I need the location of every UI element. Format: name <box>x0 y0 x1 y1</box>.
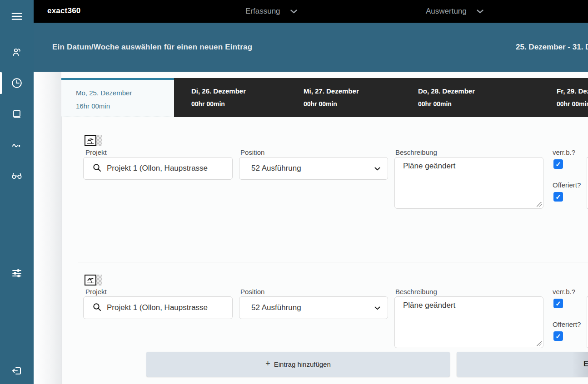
menu-erfassung[interactable]: Erfassung <box>245 0 297 23</box>
position-select[interactable]: 52 Ausführung <box>239 157 388 180</box>
menu-erfassung-label: Erfassung <box>245 7 280 16</box>
offeriert-label: Offeriert? <box>553 181 581 189</box>
tab-day-wednesday[interactable]: Mi, 27. Dezember 00hr 00min <box>304 78 413 117</box>
position-value: 52 Ausführung <box>251 303 374 312</box>
add-entry-label: Eintrag hinzufügen <box>274 360 331 368</box>
journal-icon <box>11 108 22 119</box>
sidebar-item-menu[interactable] <box>0 5 34 27</box>
glasses-icon <box>11 170 23 181</box>
tab-day-friday[interactable]: Fr, 29. Dezember 00hr 00min <box>557 78 588 117</box>
add-entry-button[interactable]: + Eintrag hinzufügen <box>146 352 450 377</box>
tab-hours-label: 00hr 00min <box>191 100 225 108</box>
beschreibung-textarea[interactable]: Pläne geändert <box>394 296 543 348</box>
tab-day-monday[interactable]: Mo, 25. Dezember 16hr 00min <box>61 78 174 117</box>
resize-handle[interactable] <box>537 202 542 207</box>
logout-icon <box>11 365 22 376</box>
chevron-down-icon <box>374 164 380 172</box>
beschreibung-value: Pläne geändert <box>403 301 455 310</box>
save-button-cutoff-text: E <box>583 359 588 369</box>
entry-divider <box>78 262 588 262</box>
tab-day-label: Mo, 25. Dezember <box>76 89 132 97</box>
search-icon <box>93 303 101 313</box>
tab-day-label: Di, 26. Dezember <box>191 87 246 95</box>
projekt-label: Projekt <box>85 148 107 156</box>
menu-auswertung[interactable]: Auswertung <box>426 0 483 23</box>
page-title: Ein Datum/Woche auswählen für einen neue… <box>52 43 252 52</box>
projekt-value: Projekt 1 (Ollon, Haupstrasse <box>107 164 208 173</box>
verrechenbar-label: verr.b.? <box>553 288 575 295</box>
app-window: exact360 Erfassung Auswertung Ein Datum/… <box>0 0 588 384</box>
tab-day-label: Mi, 27. Dezember <box>304 87 359 95</box>
beschreibung-label: Beschreibung <box>395 288 437 295</box>
sidebar-item-time-tracking[interactable] <box>0 72 34 94</box>
beach-umbrella-icon <box>85 275 96 286</box>
position-select[interactable]: 52 Ausführung <box>239 296 388 319</box>
projekt-search-input[interactable]: Projekt 1 (Ollon, Haupstrasse <box>83 296 233 319</box>
tab-day-tuesday[interactable]: Di, 26. Dezember 00hr 00min <box>191 78 300 117</box>
tab-hours-label: 16hr 00min <box>76 102 110 110</box>
chevron-down-icon <box>290 7 297 16</box>
projekt-search-input[interactable]: Projekt 1 (Ollon, Haupstrasse <box>83 157 233 180</box>
users-icon <box>11 47 22 58</box>
check-icon: ✓ <box>555 332 561 340</box>
clock-icon <box>11 77 23 89</box>
offeriert-checkbox[interactable]: ✓ <box>553 192 563 202</box>
beschreibung-textarea[interactable]: Pläne geändert <box>394 157 543 209</box>
tab-hours-label: 00hr 00min <box>557 100 588 108</box>
content-gutter <box>34 72 61 384</box>
verrechenbar-label: verr.b.? <box>553 148 575 156</box>
save-entries-button[interactable]: E <box>457 352 588 377</box>
sidebar-item-activity[interactable] <box>0 134 34 156</box>
sidebar <box>0 0 34 384</box>
resize-handle[interactable] <box>537 341 542 346</box>
tab-hours-label: 00hr 00min <box>304 100 337 108</box>
activity-wave-icon <box>11 140 22 151</box>
week-range: 25. Dezember - 31. D <box>516 43 588 52</box>
projekt-value: Projekt 1 (Ollon, Haupstrasse <box>107 303 208 312</box>
vacation-toggle-button[interactable] <box>85 135 102 146</box>
sidebar-item-review[interactable] <box>0 165 34 187</box>
beschreibung-label: Beschreibung <box>395 148 437 156</box>
check-icon: ✓ <box>555 193 561 201</box>
verrechenbar-checkbox[interactable]: ✓ <box>553 299 563 308</box>
beach-umbrella-icon <box>85 135 96 146</box>
top-app-bar: exact360 Erfassung Auswertung <box>34 0 588 23</box>
offeriert-checkbox[interactable]: ✓ <box>553 331 563 341</box>
tab-day-thursday[interactable]: Do, 28. Dezember 00hr 00min <box>418 78 527 117</box>
menu-auswertung-label: Auswertung <box>426 7 467 16</box>
check-icon: ✓ <box>555 160 561 168</box>
projekt-label: Projekt <box>85 288 107 295</box>
check-icon: ✓ <box>555 300 561 308</box>
position-label: Position <box>240 288 264 295</box>
tab-hours-label: 00hr 00min <box>418 100 452 108</box>
position-label: Position <box>240 148 264 156</box>
search-icon <box>93 163 101 174</box>
page-header: Ein Datum/Woche auswählen für einen neue… <box>34 23 588 72</box>
verrechenbar-checkbox[interactable]: ✓ <box>553 159 563 169</box>
beschreibung-value: Pläne geändert <box>403 162 455 171</box>
chevron-down-icon <box>477 7 483 16</box>
hamburger-menu-icon <box>11 12 22 20</box>
sliders-icon <box>11 268 22 279</box>
chevron-down-icon <box>374 304 380 312</box>
inactive-tabs-strip: Di, 26. Dezember 00hr 00min Mi, 27. Deze… <box>174 78 588 117</box>
tab-day-label: Do, 28. Dezember <box>418 87 475 95</box>
position-value: 52 Ausführung <box>251 164 374 173</box>
plus-icon: + <box>265 359 270 369</box>
sidebar-item-journal[interactable] <box>0 103 34 125</box>
sidebar-item-logout[interactable] <box>0 360 34 382</box>
tab-day-label: Fr, 29. Dezember <box>557 87 588 95</box>
offeriert-label: Offeriert? <box>553 320 581 328</box>
sidebar-item-users[interactable] <box>0 41 34 63</box>
vacation-toggle-button[interactable] <box>85 275 102 286</box>
app-brand: exact360 <box>47 6 80 15</box>
sidebar-item-settings[interactable] <box>0 262 34 284</box>
